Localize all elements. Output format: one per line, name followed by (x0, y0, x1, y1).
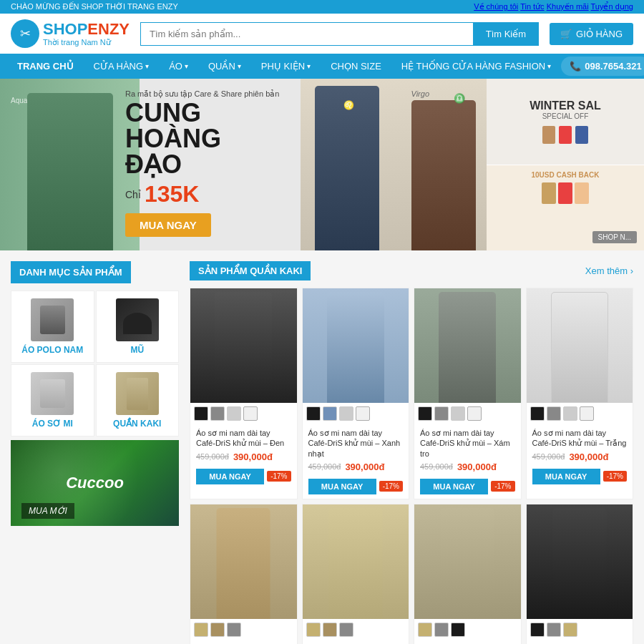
phone-number[interactable]: 📞 098.7654.321 (561, 57, 644, 76)
swatch-khaki[interactable] (418, 623, 432, 637)
top-link-promo[interactable]: Khuyến mãi (547, 2, 589, 11)
logo[interactable]: ✂ SHOPENZY Thời trang Nam Nữ (11, 19, 130, 48)
product-info: Quần khaki túi chéo Ceffylo – (303, 640, 409, 644)
discount-badge: -17% (267, 471, 291, 482)
swatch-khaki[interactable] (194, 623, 208, 637)
model-brown (411, 100, 476, 250)
welcome-text: CHÀO MỪNG ĐẾN SHOP THỜI TRANG ENZY (11, 2, 178, 11)
cat-img-mu (116, 298, 159, 341)
banner-cta-button[interactable]: MUA NGAY (125, 213, 211, 237)
nav-cua-hang[interactable]: CỬA HÀNG ▾ (84, 54, 160, 79)
swatch-gray[interactable] (547, 406, 561, 421)
product-card[interactable]: Áo sơ mi nam dài tay Café-DriS khử mùi –… (190, 288, 298, 499)
winter-sale-sub: SPECIAL OFF (530, 112, 601, 120)
nav-ao[interactable]: ÁO ▾ (159, 54, 198, 79)
product-info: Áo sơ mi nam dài tay Café-DriS khử mùi –… (527, 424, 633, 466)
phone-icon: 📞 (570, 61, 581, 72)
discount-badge: -17% (603, 471, 627, 482)
side-banner-top: WINTER SAL SPECIAL OFF (487, 79, 644, 165)
category-grid: ÁO POLO NAM MŨ ÁO SƠ MI QUẦN KAKI (11, 291, 179, 436)
product-info: Quần khaki túi chéo Ceffylo – (190, 640, 297, 644)
color-swatches (414, 619, 521, 640)
chevron-down-icon: ▾ (185, 62, 188, 70)
swatch-white[interactable] (243, 406, 258, 421)
buy-button[interactable]: MUA NGAY (420, 479, 488, 494)
buy-button[interactable]: MUA NGAY (532, 469, 600, 484)
swatch-white[interactable] (467, 406, 482, 421)
top-link-recruit[interactable]: Tuyển dụng (591, 2, 633, 11)
category-ao-so-mi[interactable]: ÁO SƠ MI (11, 364, 94, 436)
buy-button[interactable]: MUA NGAY (308, 479, 376, 494)
swatch-lightgray[interactable] (451, 406, 465, 421)
swatch-khaki[interactable] (306, 623, 321, 637)
swatch-white[interactable] (356, 406, 370, 421)
nav-trang-chu[interactable]: TRANG CHỦ (7, 54, 84, 79)
promo-buy-button[interactable]: MUA MỚI (21, 503, 74, 519)
product-card[interactable]: Quần khaki túi chéo Ceffylo – (414, 504, 522, 644)
product-card[interactable]: Áo sơ mi nam dài tay Café-DriS khử mùi –… (526, 288, 634, 499)
swatch-lightgray[interactable] (563, 406, 577, 421)
price-label: Chỉ (125, 189, 141, 200)
swatch-khaki2[interactable] (323, 623, 337, 637)
swatch-khaki[interactable] (563, 623, 577, 637)
swatch-blue[interactable] (323, 406, 337, 421)
swatch-lightgray[interactable] (339, 406, 353, 421)
banner-title-line2: HOÀNG (125, 126, 221, 152)
see-more-link[interactable]: Xem thêm › (585, 265, 633, 276)
product-info: Áo sơ mi nam dài tay Café-DriS khử mùi –… (190, 424, 297, 466)
swatch-gray[interactable] (434, 406, 449, 421)
shop-now-button[interactable]: SHOP N... (592, 231, 638, 243)
product-card[interactable]: Quần khaki túi chéo Ceffylo – (190, 504, 298, 644)
product-card[interactable]: Áo sơ mi nam dài tay Café-DriS khử mùi –… (414, 288, 522, 499)
model-navy (315, 86, 379, 250)
category-header: DANH MỤC SẢN PHẨM (11, 261, 131, 283)
swatch-gray[interactable] (547, 623, 561, 637)
swatch-black[interactable] (530, 623, 545, 637)
nav-he-thong[interactable]: HỆ THỐNG CỬA HÀNG FASHION ▾ (391, 54, 561, 79)
discount-badge: -17% (491, 481, 514, 492)
swatch-lightgray[interactable] (227, 406, 241, 421)
color-swatches (303, 619, 409, 640)
discount-badge: -17% (379, 481, 403, 492)
category-quan-kaki[interactable]: QUẦN KAKI (96, 364, 180, 436)
top-link-about[interactable]: Về chúng tôi (474, 2, 518, 11)
category-ao-polo[interactable]: ÁO POLO NAM (11, 291, 94, 363)
product-name: Áo sơ mi nam dài tay Café-DriS khử mùi –… (308, 428, 404, 459)
main-banner: Aquarius Ra mắt bộ sưu tập Care & Share … (0, 79, 487, 250)
swatch-khaki2[interactable] (210, 623, 225, 637)
color-swatches (527, 619, 633, 640)
product-card[interactable]: Quần khaki túi chéo Ceffylo – (526, 504, 634, 644)
swatch-black[interactable] (530, 406, 545, 421)
product-image (190, 504, 297, 619)
swatch-gray[interactable] (210, 406, 225, 421)
main-content: DANH MỤC SẢN PHẨM ÁO POLO NAM MŨ ÁO SƠ M… (0, 250, 644, 644)
swatch-black[interactable] (194, 406, 208, 421)
nav-quan[interactable]: QUẦN ▾ (198, 54, 251, 79)
product-card[interactable]: Áo sơ mi nam dài tay Café-DriS khử mùi –… (302, 288, 410, 499)
swatch-black[interactable] (418, 406, 432, 421)
logo-shop: SHOP (43, 20, 87, 38)
search-input[interactable] (140, 22, 473, 46)
chevron-down-icon: ▾ (145, 62, 149, 70)
banner-section: Aquarius Ra mắt bộ sưu tập Care & Share … (0, 79, 644, 250)
swatch-gray[interactable] (227, 623, 241, 637)
top-link-news[interactable]: Tin tức (520, 2, 545, 11)
swatch-white[interactable] (580, 406, 594, 421)
product-name: Áo sơ mi nam dài tay Café-DriS khử mùi –… (532, 428, 628, 449)
promo-brand: Cuccoo (66, 474, 124, 492)
swatch-black[interactable] (306, 406, 321, 421)
swatch-black[interactable] (451, 623, 465, 637)
swatch-gray[interactable] (339, 623, 353, 637)
product-info: Áo sơ mi nam dài tay Café-DriS khử mùi –… (303, 424, 409, 476)
search-area: Tìm Kiếm (140, 22, 539, 46)
search-button[interactable]: Tìm Kiếm (473, 22, 539, 46)
product-info: Quần khaki túi chéo Ceffylo – (527, 640, 633, 644)
nav-chon-size[interactable]: CHỌN SIZE (321, 54, 391, 79)
nav-phu-kien[interactable]: PHỤ KIỆN ▾ (251, 54, 321, 79)
new-price: 390,000đ (569, 452, 608, 462)
cart-button[interactable]: 🛒 GIỎ HÀNG (550, 23, 633, 45)
buy-button[interactable]: MUA NGAY (196, 469, 264, 484)
category-mu[interactable]: MŨ (96, 291, 180, 363)
product-card[interactable]: Quần khaki túi chéo Ceffylo – (302, 504, 410, 644)
swatch-gray[interactable] (434, 623, 449, 637)
